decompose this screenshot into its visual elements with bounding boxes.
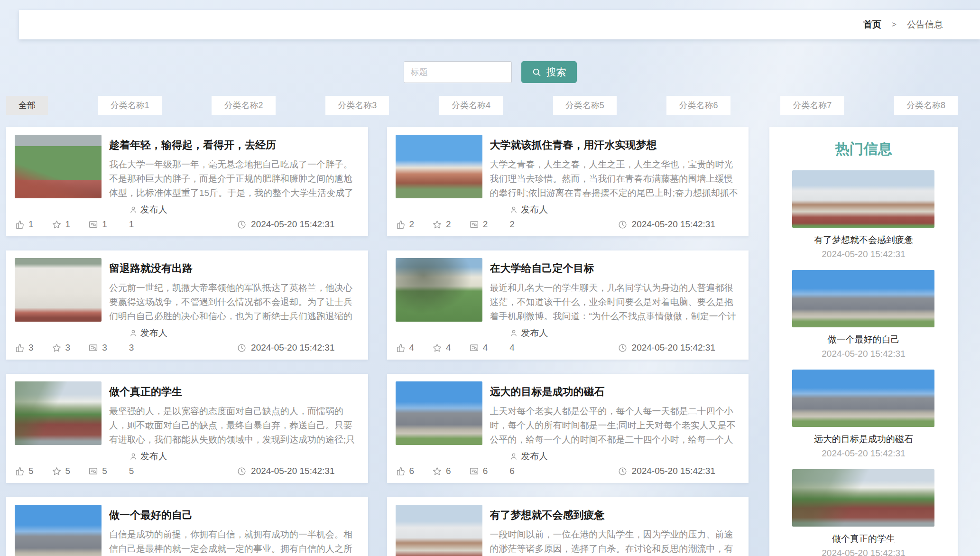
article-card-8[interactable]: 有了梦想就不会感到疲惫 一段时间以前，一位在港的大陆学生，因为学业的压力、前途的…: [387, 497, 749, 556]
search-input[interactable]: [404, 61, 512, 83]
thumbs-up-icon: [396, 220, 406, 230]
hot-item-thumbnail: [792, 370, 934, 427]
publisher-block: 发布人 6: [509, 450, 548, 476]
article-thumbnail: [15, 135, 102, 198]
article-card-4[interactable]: 在大学给自己定个目标 最近和几名大一的学生聊天，几名同学认为身边的人普遍都很迷茫…: [387, 250, 749, 360]
like-count: 2: [409, 219, 415, 230]
breadcrumb-current: 公告信息: [907, 19, 943, 31]
publisher-block: 发布人 4: [509, 327, 548, 353]
publisher-label: 发布人: [521, 450, 548, 463]
article-excerpt: 公元前一世纪，凯撒大帝率领他的军队抵达了英格兰，他决心要赢得这场战争，不管遇到什…: [109, 281, 359, 324]
hot-item-title: 有了梦想就不会感到疲惫: [792, 234, 935, 246]
hot-info-panel: 热门信息 有了梦想就不会感到疲惫 2024-05-20 15:42:31 做一个…: [769, 127, 958, 556]
publisher-block: 发布人 1: [129, 204, 167, 230]
clock-icon: [237, 343, 247, 353]
article-card-2[interactable]: 大学就该抓住青春，用汗水实现梦想 大学之青春，人生之春，人生之王，人生之华也，宝…: [387, 127, 749, 236]
hot-item-2[interactable]: 做一个最好的自己 2024-05-20 15:42:31: [792, 270, 935, 359]
article-meta: 2 2 2 发布人 2: [396, 204, 740, 230]
star-count: 3: [65, 343, 71, 353]
article-date: 2024-05-20 15:42:31: [251, 343, 334, 353]
article-date: 2024-05-20 15:42:31: [632, 466, 715, 476]
hot-item-4[interactable]: 做个真正的学生 2024-05-20 15:42:31: [792, 469, 935, 556]
comment-count: 2: [483, 219, 488, 230]
person-icon: [129, 205, 138, 214]
thumbs-up-icon: [15, 220, 25, 230]
comment-stat: 6: [469, 466, 488, 476]
publisher-count: 3: [129, 343, 167, 353]
clock-icon: [618, 466, 628, 476]
tab-category-6[interactable]: 分类名称6: [666, 96, 730, 115]
view-icon: [88, 343, 98, 353]
hot-item-date: 2024-05-20 15:42:31: [792, 548, 935, 556]
star-stat: 1: [52, 219, 71, 230]
article-excerpt: 我在大学一年级那一年，毫无悬念地把自己吃成了一个胖子。不是那种巨大的胖子，而是介…: [109, 158, 359, 201]
like-stat: 4: [396, 343, 415, 353]
star-count: 4: [446, 343, 451, 353]
search-button[interactable]: 搜索: [521, 61, 577, 83]
publisher-block: 发布人 3: [129, 327, 167, 353]
hot-item-3[interactable]: 远大的目标是成功的磁石 2024-05-20 15:42:31: [792, 370, 935, 459]
hot-item-thumbnail: [792, 469, 934, 527]
main-content: 趁着年轻，输得起，看得开，去经历 我在大学一年级那一年，毫无悬念地把自己吃成了一…: [6, 127, 958, 556]
article-thumbnail: [15, 381, 102, 445]
article-excerpt: 上天对每个老实人都是公平的，每个人每一天都是二十四个小时，每个人的所有时间都是一…: [490, 404, 740, 447]
article-time: 2024-05-20 15:42:31: [618, 466, 715, 476]
article-card-1[interactable]: 趁着年轻，输得起，看得开，去经历 我在大学一年级那一年，毫无悬念地把自己吃成了一…: [6, 127, 368, 236]
view-icon: [88, 220, 98, 230]
article-thumbnail: [15, 258, 102, 322]
article-card-7[interactable]: 做一个最好的自己 自信是成功的前提，你拥有自信，就拥有成功的一半机会。相信自己是…: [6, 497, 368, 556]
hot-item-thumbnail: [792, 170, 934, 228]
star-stat: 6: [432, 466, 451, 476]
person-icon: [129, 329, 138, 337]
article-time: 2024-05-20 15:42:31: [237, 343, 334, 353]
publisher-block: 发布人 2: [509, 204, 548, 230]
star-count: 2: [446, 219, 451, 230]
person-icon: [129, 452, 138, 461]
like-count: 4: [409, 343, 415, 353]
publisher-count: 4: [509, 343, 548, 353]
article-title: 做个真正的学生: [109, 385, 359, 399]
hot-item-date: 2024-05-20 15:42:31: [792, 349, 935, 359]
breadcrumb-home-link[interactable]: 首页: [863, 19, 881, 31]
person-icon: [509, 205, 518, 214]
top-bar: 首页 > 公告信息: [19, 10, 980, 39]
tab-category-7[interactable]: 分类名称7: [780, 96, 844, 115]
star-icon: [432, 343, 442, 353]
hot-item-1[interactable]: 有了梦想就不会感到疲惫 2024-05-20 15:42:31: [792, 170, 935, 259]
article-thumbnail: [15, 505, 102, 556]
comment-count: 6: [483, 466, 488, 476]
like-count: 3: [28, 343, 34, 353]
article-title: 远大的目标是成功的磁石: [490, 385, 740, 399]
clock-icon: [237, 220, 247, 230]
article-meta: 3 3 3 发布人 3: [15, 327, 359, 353]
tab-category-2[interactable]: 分类名称2: [212, 96, 275, 115]
article-meta: 1 1 1 发布人 1: [15, 204, 359, 230]
like-count: 6: [409, 466, 415, 476]
star-icon: [52, 220, 62, 230]
clock-icon: [618, 220, 628, 230]
tab-category-5[interactable]: 分类名称5: [553, 96, 617, 115]
tab-category-4[interactable]: 分类名称4: [439, 96, 503, 115]
tab-all[interactable]: 全部: [6, 96, 48, 115]
article-excerpt: 自信是成功的前提，你拥有自信，就拥有成功的一半机会。相信自己是最棒的就一定会成就…: [109, 528, 359, 556]
tab-category-3[interactable]: 分类名称3: [325, 96, 389, 115]
tab-category-1[interactable]: 分类名称1: [98, 96, 162, 115]
article-card-5[interactable]: 做个真正的学生 最坚强的人，是以宽容的态度面对自己缺点的人，而懦弱的人，则不敢面…: [6, 374, 368, 483]
article-excerpt: 大学之青春，人生之春，人生之王，人生之华也，宝贵的时光我们理当去珍惜。然而，当我…: [490, 158, 740, 201]
publisher-count: 6: [509, 466, 548, 476]
publisher-block: 发布人 5: [129, 450, 167, 476]
article-title: 留退路就没有出路: [109, 261, 359, 276]
article-card-3[interactable]: 留退路就没有出路 公元前一世纪，凯撒大帝率领他的军队抵达了英格兰，他决心要赢得这…: [6, 250, 368, 360]
article-card-6[interactable]: 远大的目标是成功的磁石 上天对每个老实人都是公平的，每个人每一天都是二十四个小时…: [387, 374, 749, 483]
view-icon: [469, 466, 479, 476]
publisher-label: 发布人: [521, 204, 548, 216]
tab-category-8[interactable]: 分类名称8: [894, 96, 958, 115]
comment-stat: 1: [88, 219, 107, 230]
hot-item-title: 做个真正的学生: [792, 533, 935, 545]
article-date: 2024-05-20 15:42:31: [251, 466, 334, 476]
like-stat: 2: [396, 219, 415, 230]
star-count: 1: [65, 219, 71, 230]
category-tabs: 全部 分类名称1 分类名称2 分类名称3 分类名称4 分类名称5 分类名称6 分…: [6, 96, 958, 115]
article-title: 在大学给自己定个目标: [490, 261, 740, 276]
article-excerpt: 最坚强的人，是以宽容的态度面对自己缺点的人，而懦弱的人，则不敢面对自己的缺点，最…: [109, 404, 359, 447]
